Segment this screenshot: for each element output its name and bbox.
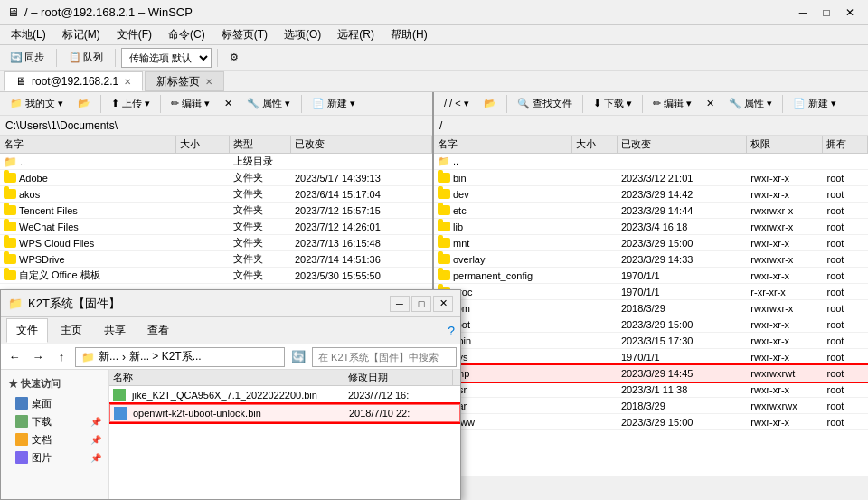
right-path-btn[interactable]: / / < ▾ [438,94,476,114]
overlay-minimize-btn[interactable]: ─ [390,296,410,312]
overlay-back-btn[interactable]: ← [5,347,24,367]
overlay-up-btn[interactable]: ↑ [52,347,71,367]
overlay-refresh-btn[interactable]: 🔄 [288,347,308,367]
right-file-row[interactable]: sbin2023/3/15 17:30rwxr-xr-xroot [434,333,868,349]
col-modified[interactable]: 已改变 [291,136,432,153]
right-col-perms[interactable]: 权限 [747,136,823,153]
right-edit-btn[interactable]: ✏ 编辑 ▾ [646,94,698,114]
right-delete-btn[interactable]: ✕ [700,94,721,114]
left-new-btn[interactable]: 📄 新建 ▾ [306,94,362,114]
overlay-close-btn[interactable]: ✕ [433,296,453,312]
left-file-row[interactable]: WPSDrive文件夹2023/7/14 14:51:36 [0,251,432,268]
right-file-row[interactable]: sys1970/1/1rwxr-xr-xroot [434,349,868,365]
right-file-row[interactable]: lib2023/3/4 16:18rwxrwxr-xroot [434,219,868,235]
right-file-row[interactable]: var2018/3/29rwxrwxrwxroot [434,398,868,414]
app-icon: 🖥 [7,5,19,19]
menu-mark[interactable]: 标记(M) [55,25,108,44]
ribbon-tab-view[interactable]: 查看 [138,319,178,342]
sidebar-item-download[interactable]: 下载 📌 [1,412,108,430]
right-file-row[interactable]: root2023/3/29 15:00rwxr-xr-xroot [434,316,868,333]
right-new-btn[interactable]: 📄 新建 ▾ [787,94,843,114]
ribbon-tab-home[interactable]: 主页 [52,319,91,342]
close-button[interactable]: ✕ [839,5,861,21]
tab-session-1[interactable]: 🖥 root@192.168.2.1 ✕ [4,71,143,91]
title-bar-controls: ─ □ ✕ [792,5,861,21]
right-file-row[interactable]: proc1970/1/1r-xr-xr-xroot [434,284,868,300]
right-file-row[interactable]: mnt2023/3/29 15:00rwxr-xr-xroot [434,235,868,251]
overlay-files-list[interactable]: 名称 修改日期 jike_K2T_QCA956X_7.1_2022022200.… [109,370,460,499]
right-file-row[interactable]: usr2023/3/1 11:38rwxr-xr-xroot [434,382,868,398]
sidebar-item-doc[interactable]: 文档 📌 [1,430,108,448]
ribbon-tab-share[interactable]: 共享 [95,319,135,342]
left-file-row[interactable]: Tencent Files文件夹2023/7/12 15:57:15 [0,203,432,219]
tab-close-2[interactable]: ✕ [205,77,212,87]
right-file-list[interactable]: 名字 大小 已改变 权限 拥有 📁 .. bin2023/3/12 21:01r… [434,136,868,476]
left-file-row[interactable]: WeChat Files文件夹2023/7/12 14:26:01 [0,219,432,235]
overlay-file-row[interactable]: openwrt-k2t-uboot-unlock.bin2018/7/10 22… [109,404,460,422]
left-file-row[interactable]: 📁 ..上级目录 [0,154,432,170]
overlay-help-btn[interactable]: ? [448,324,455,338]
minimize-button[interactable]: ─ [792,5,814,21]
left-file-row[interactable]: akos文件夹2023/6/14 15:17:04 [0,186,432,203]
menu-tab[interactable]: 标签页(T) [214,25,275,44]
overlay-search-input[interactable] [312,347,457,367]
tab-new[interactable]: 新标签页 ✕ [145,71,224,91]
menu-command[interactable]: 命令(C) [161,25,212,44]
tab-close-1[interactable]: ✕ [124,77,131,87]
right-file-row[interactable]: tmp2023/3/29 14:45rwxrwxrwtroot [434,365,868,382]
left-upload-btn[interactable]: ⬆ 上传 ▾ [105,94,156,114]
left-delete-btn[interactable]: ✕ [218,94,239,114]
overlay-maximize-btn[interactable]: □ [411,296,431,312]
overlay-forward-btn[interactable]: → [28,347,48,367]
toolbar-settings-btn[interactable]: ⚙ [223,48,245,68]
right-file-row[interactable]: rom2018/3/29rwxrwxr-xroot [434,300,868,316]
col-size[interactable]: 大小 [176,136,230,153]
overlay-path-bar[interactable]: 📁 新... › 新... > K2T系... [75,347,285,367]
left-file-row[interactable]: WPS Cloud Files文件夹2023/7/13 16:15:48 [0,235,432,251]
right-col-name[interactable]: 名字 [434,136,572,153]
menu-local[interactable]: 本地(L) [4,25,53,44]
left-sep2 [160,95,161,113]
right-open-btn[interactable]: 📂 [477,94,503,114]
right-file-row[interactable]: 📁 .. [434,154,868,170]
menu-file[interactable]: 文件(F) [109,25,159,44]
left-edit-btn[interactable]: ✏ 编辑 ▾ [165,94,216,114]
right-file-row[interactable]: etc2023/3/29 14:44rwxrwxr-xroot [434,203,868,219]
menu-remote[interactable]: 远程(R) [330,25,382,44]
menu-help[interactable]: 帮助(H) [383,25,435,44]
left-props-btn[interactable]: 🔧 属性 ▾ [241,94,297,114]
menu-options[interactable]: 选项(O) [277,25,328,44]
sidebar-item-desktop[interactable]: 桌面 [1,394,108,412]
right-file-row[interactable]: www2023/3/29 15:00rwxr-xr-xroot [434,414,868,430]
left-file-row[interactable]: Adobe文件夹2023/5/17 14:39:13 [0,170,432,186]
right-props-btn[interactable]: 🔧 属性 ▾ [722,94,778,114]
right-file-row[interactable]: bin2023/3/12 21:01rwxr-xr-xroot [434,170,868,186]
col-name[interactable]: 名字 [0,136,176,153]
right-file-row[interactable]: dev2023/3/29 14:42rwxr-xr-xroot [434,186,868,203]
right-col-size[interactable]: 大小 [572,136,618,153]
toolbar-queue-btn[interactable]: 📋 队列 [62,48,109,68]
ribbon-tab-file[interactable]: 文件 [6,318,48,343]
right-col-modified[interactable]: 已改变 [618,136,747,153]
left-file-row[interactable]: 自定义 Office 模板文件夹2023/5/30 15:55:50 [0,268,432,284]
right-download-btn[interactable]: ⬇ 下载 ▾ [587,94,638,114]
download-icon [15,415,28,428]
right-file-row[interactable]: overlay2023/3/29 14:33rwxrwxr-xroot [434,251,868,268]
toolbar-sync-btn[interactable]: 🔄 同步 [4,48,51,68]
overlay-nav-icon: 📁 [81,351,95,363]
col-type[interactable]: 类型 [230,136,291,153]
right-search-btn[interactable]: 🔍 查找文件 [511,94,579,114]
overlay-title-bar: 📁 K2T系统【固件】 ─ □ ✕ [1,290,460,317]
sidebar-item-pic[interactable]: 图片 📌 [1,448,108,467]
left-my-docs-btn[interactable]: 📁 我的文 ▾ [4,94,70,114]
right-file-row[interactable]: permanent_config1970/1/1rwxr-xr-xroot [434,268,868,284]
overlay-file-row[interactable]: jike_K2T_QCA956X_7.1_2022022200.bin2023/… [109,386,460,404]
left-files-container: 📁 ..上级目录 Adobe文件夹2023/5/17 14:39:13 akos… [0,154,432,284]
maximize-button[interactable]: □ [816,5,837,21]
right-files-container: 📁 .. bin2023/3/12 21:01rwxr-xr-xroot dev… [434,154,868,430]
overlay-col-modified[interactable]: 修改日期 [344,370,453,385]
left-open-btn[interactable]: 📂 [71,94,97,114]
overlay-col-name[interactable]: 名称 [109,370,344,385]
right-col-owner[interactable]: 拥有 [823,136,868,153]
transfer-options-select[interactable]: 传输选项 默认 [121,48,212,68]
